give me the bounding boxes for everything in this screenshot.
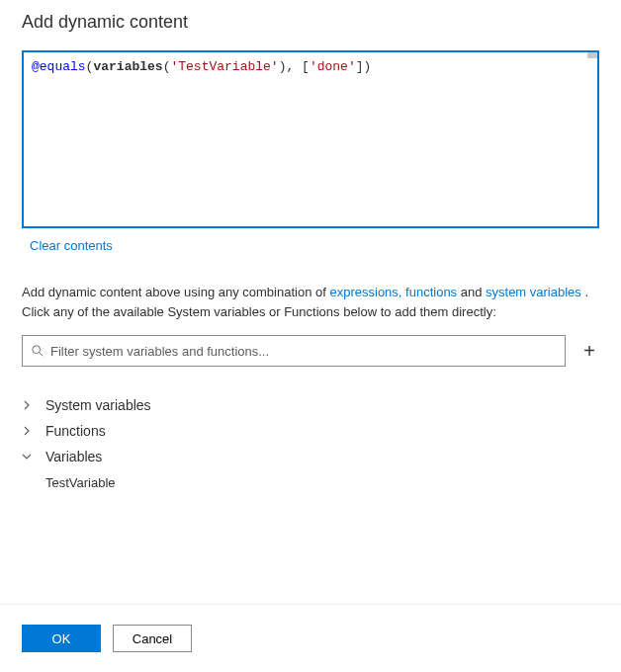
- help-text-prefix: Add dynamic content above using any comb…: [22, 285, 329, 299]
- dialog-footer: OK Cancel: [0, 604, 621, 672]
- expressions-functions-link[interactable]: expressions, functions: [329, 285, 457, 299]
- section-system-variables[interactable]: System variables: [22, 392, 599, 418]
- section-label: Variables: [45, 449, 102, 464]
- search-icon: [31, 344, 44, 358]
- add-button[interactable]: +: [579, 341, 599, 361]
- clear-contents-link[interactable]: Clear contents: [30, 238, 113, 253]
- svg-point-0: [33, 346, 41, 354]
- section-functions[interactable]: Functions: [22, 418, 599, 444]
- filter-input-container[interactable]: [22, 335, 566, 367]
- ok-button[interactable]: OK: [22, 625, 101, 652]
- help-text-mid: and: [457, 285, 486, 299]
- expression-editor[interactable]: @equals(variables('TestVariable'), ['don…: [22, 50, 599, 228]
- system-variables-link[interactable]: system variables: [486, 285, 581, 299]
- page-title: Add dynamic content: [22, 12, 599, 33]
- help-text: Add dynamic content above using any comb…: [22, 283, 599, 321]
- scrollbar-thumb[interactable]: [587, 52, 597, 58]
- svg-line-1: [40, 353, 44, 357]
- section-label: Functions: [45, 423, 106, 439]
- filter-input[interactable]: [50, 344, 557, 359]
- section-label: System variables: [45, 397, 151, 413]
- expression-code-line: @equals(variables('TestVariable'), ['don…: [32, 58, 589, 76]
- variable-item[interactable]: TestVariable: [22, 469, 599, 496]
- chevron-right-icon: [22, 426, 38, 436]
- chevron-right-icon: [22, 400, 38, 410]
- chevron-down-icon: [22, 452, 38, 462]
- section-variables[interactable]: Variables: [22, 444, 599, 469]
- cancel-button[interactable]: Cancel: [113, 625, 192, 652]
